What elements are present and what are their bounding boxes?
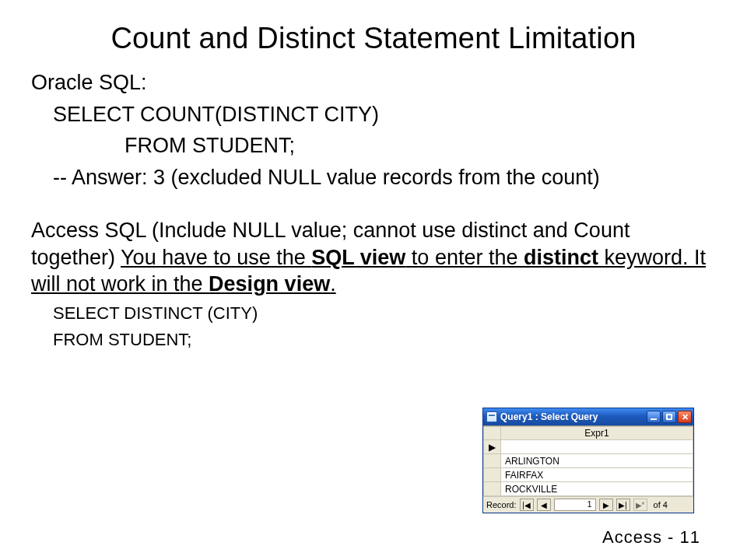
table-row[interactable]: FAIRFAX [484, 468, 693, 482]
oracle-answer: -- Answer: 3 (excluded NULL value record… [31, 164, 716, 191]
access-sql-line2: FROM STUDENT; [31, 329, 716, 351]
record-label: Record: [486, 500, 517, 509]
minimize-button[interactable] [647, 411, 661, 423]
note-bold-sql-view: SQL view [311, 246, 405, 269]
cell-value[interactable]: FAIRFAX [501, 468, 693, 482]
record-navigator: Record: |◀ ◀ 1 ▶ ▶| ▶* of 4 [483, 496, 693, 513]
nav-of-text: of 4 [654, 500, 668, 509]
result-grid: Expr1 ▶ ARLINGTON FAIRFAX [483, 425, 693, 496]
row-selector-current[interactable]: ▶ [484, 440, 501, 454]
table-row[interactable]: ▶ [484, 440, 693, 454]
note-bold-distinct: distinct [524, 246, 598, 269]
access-paragraph: Access SQL (Include NULL value; cannot u… [31, 217, 716, 298]
window-title: Query1 : Select Query [500, 411, 644, 422]
query-window: Query1 : Select Query ✕ Expr1 ▶ [482, 408, 694, 513]
corner-cell [484, 427, 501, 440]
close-icon: ✕ [682, 413, 689, 422]
table-row[interactable]: ARLINGTON [484, 454, 693, 468]
row-selector[interactable] [484, 454, 501, 468]
slide: Count and Distinct Statement Limitation … [0, 0, 747, 560]
cell-value[interactable]: ARLINGTON [501, 454, 693, 468]
cell-value[interactable] [501, 440, 693, 454]
oracle-sql-line1: SELECT COUNT(DISTINCT CITY) [31, 101, 716, 128]
spacer [31, 195, 716, 217]
table-row[interactable]: ROCKVILLE [484, 482, 693, 496]
slide-title: Count and Distinct Statement Limitation [31, 22, 716, 55]
close-button[interactable]: ✕ [678, 411, 692, 423]
window-buttons: ✕ [647, 411, 692, 423]
nav-first-button[interactable]: |◀ [520, 499, 534, 511]
note-seg-1: You have to use the [121, 246, 311, 269]
minimize-icon [651, 418, 657, 420]
note-bold-design-view: Design view [209, 272, 330, 296]
note-seg-2: to enter the [405, 246, 524, 269]
note-seg-4: . [330, 272, 336, 296]
nav-prev-button[interactable]: ◀ [537, 499, 551, 511]
oracle-sql-line2: FROM STUDENT; [31, 132, 716, 159]
nav-new-button[interactable]: ▶* [633, 499, 647, 511]
row-selector[interactable] [484, 468, 501, 482]
access-note: You have to use the SQL view to enter th… [31, 246, 706, 296]
nav-last-button[interactable]: ▶| [616, 499, 630, 511]
column-header-expr1[interactable]: Expr1 [501, 427, 693, 440]
body-text: Oracle SQL: SELECT COUNT(DISTINCT CITY) … [31, 69, 716, 351]
maximize-icon [666, 414, 672, 420]
result-table: Expr1 ▶ ARLINGTON FAIRFAX [483, 426, 693, 496]
maximize-button[interactable] [662, 411, 676, 423]
window-titlebar[interactable]: Query1 : Select Query ✕ [483, 408, 693, 425]
window-icon [486, 411, 497, 422]
header-row: Expr1 [484, 427, 693, 440]
row-selector[interactable] [484, 482, 501, 496]
nav-next-button[interactable]: ▶ [599, 499, 613, 511]
oracle-label: Oracle SQL: [31, 69, 716, 96]
slide-footer: Access - 11 [602, 527, 700, 548]
cell-value[interactable]: ROCKVILLE [501, 482, 693, 496]
access-sql-line1: SELECT DISTINCT (CITY) [31, 303, 716, 324]
nav-record-input[interactable]: 1 [554, 499, 596, 511]
